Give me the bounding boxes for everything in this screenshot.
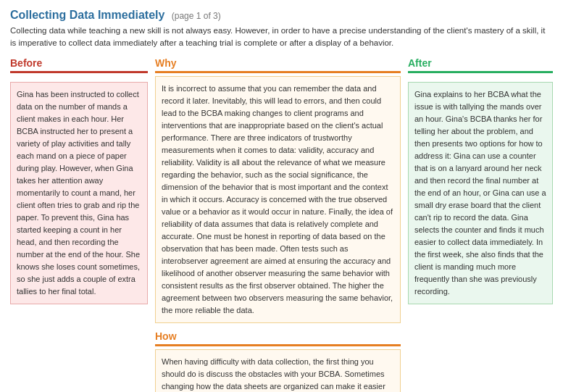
why-heading: Why [155, 57, 401, 73]
before-content-box: Gina has been instructed to collect data… [10, 82, 148, 305]
after-text: Gina explains to her BCBA what the issue… [414, 88, 546, 299]
how-text: When having difficulty with data collect… [162, 356, 394, 392]
why-how-inner: Why It is incorrect to assume that you c… [155, 57, 401, 393]
page-number: (page 1 of 3) [172, 11, 221, 21]
how-content-box: When having difficulty with data collect… [155, 349, 401, 392]
page-title: Collecting Data Immediately [10, 9, 164, 21]
why-section: Why It is incorrect to assume that you c… [155, 57, 401, 324]
how-section: How When having difficulty with data col… [155, 330, 401, 392]
page-header: Collecting Data Immediately (page 1 of 3… [10, 9, 553, 50]
before-column: Before Gina has been instructed to colle… [10, 57, 148, 305]
after-content-box: Gina explains to her BCBA what the issue… [408, 82, 553, 305]
after-heading: After [408, 57, 553, 73]
before-heading: Before [10, 57, 148, 73]
why-how-column: Why It is incorrect to assume that you c… [155, 57, 401, 393]
after-column: After Gina explains to her BCBA what the… [408, 57, 553, 305]
main-columns: Before Gina has been instructed to colle… [10, 57, 553, 393]
why-text: It is incorrect to assume that you can r… [162, 83, 394, 317]
why-content-box: It is incorrect to assume that you can r… [155, 76, 401, 324]
how-heading: How [155, 330, 401, 346]
before-text: Gina has been instructed to collect data… [17, 88, 141, 299]
intro-text: Collecting data while teaching a new ski… [10, 25, 553, 50]
